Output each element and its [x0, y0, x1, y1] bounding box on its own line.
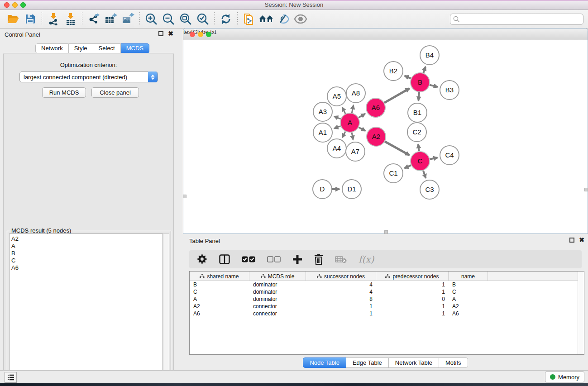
node-A3[interactable]: A3: [313, 102, 332, 121]
table-cell[interactable]: 1: [376, 281, 449, 288]
float-panel-icon[interactable]: [158, 31, 163, 36]
table-cell[interactable]: 0: [376, 295, 449, 303]
table-row[interactable]: Bdominator41B: [190, 281, 584, 288]
tab-style[interactable]: Style: [69, 43, 93, 53]
view-bottom-scroll-mark[interactable]: [384, 230, 388, 234]
refresh-icon[interactable]: [217, 12, 234, 26]
function-builder-icon[interactable]: f(x): [359, 254, 374, 265]
close-panel-icon[interactable]: ✖: [168, 31, 173, 36]
mcds-result-item[interactable]: C: [11, 257, 163, 264]
table-cell[interactable]: dominator: [249, 288, 306, 295]
table-cell[interactable]: C: [190, 288, 249, 295]
network-close-button[interactable]: [190, 32, 195, 37]
import-table-icon[interactable]: [62, 12, 79, 26]
zoom-out-icon[interactable]: [160, 12, 177, 26]
split-columns-icon[interactable]: [219, 254, 230, 264]
table-row[interactable]: Adominator80A: [190, 295, 584, 303]
table-cell[interactable]: dominator: [249, 295, 306, 303]
criterion-select[interactable]: largest connected component (directed): [19, 71, 158, 82]
tab-motifs[interactable]: Motifs: [439, 357, 468, 368]
table-cell[interactable]: dominator: [249, 281, 306, 288]
zoom-selected-icon[interactable]: [194, 12, 211, 26]
edge-C-C3[interactable]: [423, 171, 426, 178]
edge-B-B2[interactable]: [405, 76, 411, 79]
node-C1[interactable]: C1: [384, 164, 403, 183]
node-D[interactable]: D: [313, 180, 332, 199]
node-A1[interactable]: A1: [313, 123, 332, 142]
edge-A-A4[interactable]: [342, 132, 345, 138]
table-cell[interactable]: B: [449, 281, 488, 288]
edge-A-A2[interactable]: [359, 127, 365, 131]
close-table-panel-icon[interactable]: ✖: [579, 238, 584, 243]
table-cell[interactable]: 1: [306, 303, 376, 310]
node-B[interactable]: B: [411, 73, 430, 92]
node-A2[interactable]: A2: [367, 127, 386, 146]
show-graphics-details-icon[interactable]: [292, 12, 309, 26]
node-A6[interactable]: A6: [366, 98, 385, 117]
export-table-icon[interactable]: [102, 12, 120, 26]
close-panel-button[interactable]: Close panel: [91, 87, 139, 98]
tab-edge-table[interactable]: Edge Table: [346, 357, 389, 368]
delete-column-trash-icon[interactable]: [314, 254, 323, 265]
edge-B-B3[interactable]: [430, 85, 438, 87]
node-table[interactable]: shared nameMCDS rolesuccessor nodesprede…: [189, 271, 584, 355]
table-cell[interactable]: A2: [449, 303, 488, 310]
edge-A2-C[interactable]: [385, 142, 409, 155]
deselect-all-checkboxes-icon[interactable]: [267, 256, 281, 262]
table-cell[interactable]: 4: [306, 288, 376, 295]
mcds-result-item[interactable]: B: [11, 250, 163, 257]
node-B1[interactable]: B1: [408, 103, 427, 122]
tab-network-table[interactable]: Network Table: [389, 357, 439, 368]
network-zoom-button[interactable]: [206, 32, 211, 37]
table-row[interactable]: Cdominator41C: [190, 288, 584, 295]
node-A7[interactable]: A7: [346, 142, 365, 161]
add-column-icon[interactable]: [292, 254, 302, 264]
zoom-in-icon[interactable]: [143, 12, 160, 26]
mcds-result-scrollbar[interactable]: [163, 234, 169, 385]
export-network-icon[interactable]: [85, 12, 102, 26]
edge-B-B4[interactable]: [423, 67, 425, 73]
table-cell[interactable]: A2: [190, 303, 249, 310]
column-header-MCDS-role[interactable]: MCDS role: [249, 272, 306, 281]
run-mcds-button[interactable]: Run MCDS: [42, 87, 86, 98]
home-view-icon[interactable]: [258, 12, 275, 26]
edge-C-C2[interactable]: [418, 144, 419, 151]
new-network-icon[interactable]: [240, 12, 258, 26]
view-right-scroll-mark[interactable]: [584, 188, 588, 191]
table-row[interactable]: A6connector11A6: [190, 310, 584, 317]
table-cell[interactable]: connector: [249, 310, 306, 317]
tab-network[interactable]: Network: [35, 43, 69, 53]
node-B4[interactable]: B4: [420, 46, 439, 65]
search-input[interactable]: [450, 14, 583, 25]
node-C2[interactable]: C2: [407, 123, 426, 142]
table-cell[interactable]: A6: [190, 310, 249, 317]
edge-A-A5[interactable]: [342, 107, 345, 114]
memory-button[interactable]: Memory: [545, 372, 584, 382]
edge-B-B1[interactable]: [418, 92, 419, 100]
delete-table-icon[interactable]: [335, 255, 347, 263]
table-cell[interactable]: connector: [249, 303, 306, 310]
table-cell[interactable]: 1: [376, 288, 449, 295]
network-graph[interactable]: AA1A2A3A4A5A6A7A8BB1B2B3B4CC1C2C3C4DD1: [184, 41, 587, 234]
zoom-fit-icon[interactable]: [177, 12, 194, 26]
mcds-result-item[interactable]: A2: [11, 235, 163, 243]
edge-A6-B[interactable]: [384, 88, 409, 103]
table-cell[interactable]: A: [190, 295, 249, 303]
network-minimize-button[interactable]: [198, 32, 203, 37]
table-cell[interactable]: 1: [376, 310, 449, 317]
node-C[interactable]: C: [411, 152, 430, 171]
settings-gear-icon[interactable]: [197, 254, 207, 264]
edge-A-A1[interactable]: [334, 126, 340, 129]
tab-select[interactable]: Select: [93, 43, 121, 53]
node-A5[interactable]: A5: [327, 87, 346, 106]
view-left-scroll-mark[interactable]: [183, 195, 186, 198]
table-cell[interactable]: 1: [376, 303, 449, 310]
float-table-panel-icon[interactable]: [569, 238, 574, 243]
edge-A-A6[interactable]: [359, 114, 365, 118]
edge-A-A3[interactable]: [334, 116, 341, 119]
node-B3[interactable]: B3: [440, 81, 459, 100]
export-image-icon[interactable]: [120, 12, 137, 26]
mcds-result-item[interactable]: A6: [11, 264, 163, 272]
network-window-titlebar[interactable]: testGlobe.txt: [183, 29, 588, 40]
mcds-result-item[interactable]: A: [11, 243, 163, 250]
